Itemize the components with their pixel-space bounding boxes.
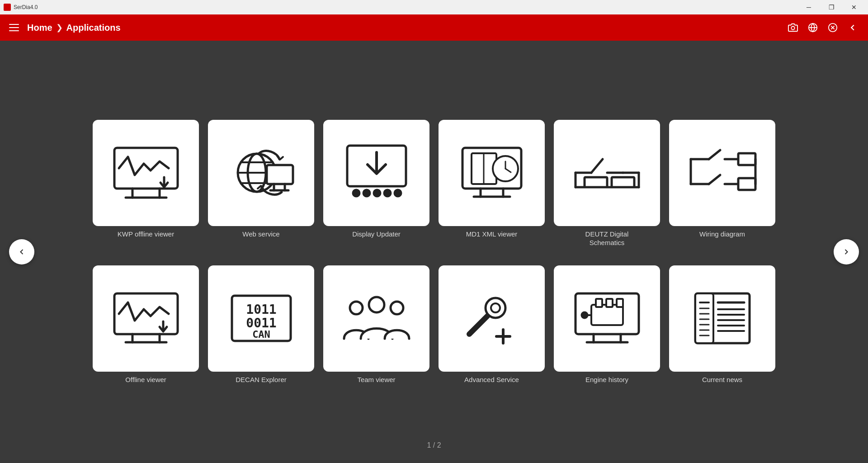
svg-point-71 [491, 303, 500, 312]
svg-rect-81 [617, 299, 623, 307]
svg-rect-17 [267, 165, 293, 184]
app-kwp-offline-viewer: KWP offline viewer [93, 120, 199, 247]
web-service-label: Web service [242, 230, 279, 239]
svg-line-53 [709, 175, 720, 184]
breadcrumb: Home ❯ Applications [27, 23, 121, 33]
svg-point-23 [353, 190, 359, 196]
next-page-button[interactable] [834, 239, 859, 265]
svg-point-67 [350, 302, 363, 314]
svg-rect-79 [596, 299, 602, 307]
back-button[interactable] [844, 19, 861, 36]
offline-viewer-icon [110, 282, 182, 354]
apps-grid: KWP offline viewer [36, 111, 832, 393]
decan-explorer-icon: 1011 0011 CAN [225, 282, 297, 354]
svg-text:CAN: CAN [252, 329, 270, 340]
pagination-label: 1 / 2 [427, 441, 441, 449]
app-logo [4, 4, 11, 11]
app-card-offline-viewer[interactable] [93, 265, 199, 372]
svg-point-27 [395, 190, 401, 196]
app-card-team-viewer[interactable] [323, 265, 429, 372]
md1-xml-viewer-icon [456, 137, 528, 209]
svg-point-1 [791, 26, 794, 29]
app-current-news: Current news [669, 265, 775, 384]
main-content: KWP offline viewer [0, 41, 868, 463]
breadcrumb-home[interactable]: Home [27, 23, 52, 33]
svg-point-69 [391, 302, 403, 314]
globe-button[interactable] [805, 19, 821, 36]
app-card-wiring-diagram[interactable] [669, 120, 775, 226]
pagination: 1 / 2 [427, 441, 441, 449]
display-updater-label: Display Updater [352, 230, 401, 239]
hamburger-menu-button[interactable] [7, 20, 22, 35]
deutz-digital-schematics-icon [571, 137, 643, 209]
app-md1-xml-viewer: MD1 XML viewer [439, 120, 545, 247]
advanced-service-icon [456, 282, 528, 354]
app-deutz-digital-schematics: DEUTZ Digital Schematics [554, 120, 660, 247]
app-card-advanced-service[interactable] [439, 265, 545, 372]
app-title: SerDia4.0 [14, 4, 38, 10]
app-card-current-news[interactable] [669, 265, 775, 372]
minimize-button[interactable]: ─ [798, 0, 819, 14]
offline-viewer-label: Offline viewer [125, 375, 166, 384]
camera-button[interactable] [785, 19, 801, 36]
app-card-web-service[interactable] [208, 120, 314, 226]
svg-rect-40 [585, 177, 607, 187]
title-bar: SerDia4.0 ─ ❐ ✕ [0, 0, 868, 14]
app-decan-explorer: 1011 0011 CAN DECAN Explorer [208, 265, 314, 384]
wiring-diagram-label: Wiring diagram [699, 230, 745, 239]
current-news-icon [686, 282, 759, 354]
breadcrumb-chevron: ❯ [56, 23, 63, 33]
web-service-icon [225, 137, 297, 209]
apps-row-1: KWP offline viewer [45, 111, 823, 256]
svg-point-25 [374, 190, 380, 196]
kwp-offline-viewer-icon [110, 137, 182, 209]
engine-history-label: Engine history [585, 375, 628, 384]
app-team-viewer: Team viewer [323, 265, 429, 384]
svg-point-26 [384, 190, 391, 196]
app-header: Home ❯ Applications [0, 14, 868, 41]
engine-history-icon [571, 282, 643, 354]
svg-rect-55 [738, 178, 755, 190]
svg-point-24 [363, 190, 370, 196]
app-advanced-service: Advanced Service [439, 265, 545, 384]
svg-text:1011: 1011 [246, 302, 276, 317]
kwp-offline-viewer-label: KWP offline viewer [118, 230, 174, 239]
svg-rect-80 [606, 299, 613, 307]
app-card-display-updater[interactable] [323, 120, 429, 226]
close-button[interactable]: ✕ [844, 0, 864, 14]
app-card-engine-history[interactable] [554, 265, 660, 372]
advanced-service-label: Advanced Service [464, 375, 519, 384]
wiring-diagram-icon [686, 137, 759, 209]
team-viewer-label: Team viewer [357, 375, 395, 384]
decan-explorer-label: DECAN Explorer [236, 375, 287, 384]
svg-rect-0 [5, 5, 9, 9]
svg-line-38 [591, 159, 603, 173]
settings-button[interactable] [825, 19, 841, 36]
svg-rect-51 [738, 153, 755, 165]
app-wiring-diagram: Wiring diagram [669, 120, 775, 247]
app-offline-viewer: Offline viewer [93, 265, 199, 384]
team-viewer-icon [340, 282, 413, 354]
app-web-service: Web service [208, 120, 314, 247]
app-engine-history: Engine history [554, 265, 660, 384]
md1-xml-viewer-label: MD1 XML viewer [466, 230, 518, 239]
prev-page-button[interactable] [9, 239, 34, 265]
app-display-updater: Display Updater [323, 120, 429, 247]
restore-button[interactable]: ❐ [821, 0, 842, 14]
app-card-md1-xml-viewer[interactable] [439, 120, 545, 226]
svg-point-68 [369, 297, 384, 312]
app-card-decan-explorer[interactable]: 1011 0011 CAN [208, 265, 314, 372]
display-updater-icon [340, 137, 413, 209]
current-news-label: Current news [702, 375, 742, 384]
app-card-deutz-digital-schematics[interactable] [554, 120, 660, 226]
app-card-kwp-offline-viewer[interactable] [93, 120, 199, 226]
breadcrumb-current: Applications [66, 23, 121, 33]
svg-rect-41 [612, 177, 634, 187]
apps-row-2: Offline viewer 1011 0011 CAN DEC [45, 256, 823, 393]
svg-line-49 [709, 150, 720, 159]
header-actions [785, 19, 861, 36]
window-controls: ─ ❐ ✕ [798, 0, 864, 14]
deutz-digital-schematics-label: DEUTZ Digital Schematics [585, 230, 629, 247]
